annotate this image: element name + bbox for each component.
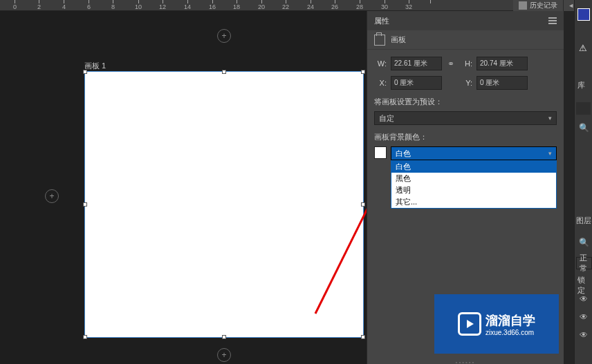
history-icon bbox=[519, 1, 527, 10]
preset-label: 将画板设置为预设： bbox=[374, 97, 557, 107]
artboard[interactable] bbox=[84, 71, 364, 338]
properties-header: 属性 bbox=[367, 11, 564, 30]
layer-visibility-icon[interactable]: 👁 bbox=[578, 294, 589, 304]
add-artboard-top[interactable]: + bbox=[217, 29, 231, 43]
preset-value: 自定 bbox=[379, 113, 394, 124]
context-row: 画板 bbox=[367, 30, 564, 50]
layer-visibility-icon[interactable]: 👁 bbox=[578, 330, 589, 340]
handle-top-right[interactable] bbox=[361, 70, 365, 74]
handle-right-mid[interactable] bbox=[361, 202, 365, 207]
bg-color-swatch[interactable] bbox=[374, 146, 387, 159]
handle-top-left[interactable] bbox=[83, 70, 87, 74]
history-tab[interactable]: 历史记录 bbox=[513, 0, 563, 11]
chevron-down-icon: ▾ bbox=[548, 115, 552, 122]
layer-visibility-icon[interactable]: 👁 bbox=[578, 312, 589, 322]
foreground-color-swatch[interactable] bbox=[577, 8, 590, 21]
right-dock: ⚠ 库 🔍 图层 🔍 正常 锁定 👁 👁 👁 bbox=[574, 0, 592, 364]
lock-label: 锁定 bbox=[577, 275, 592, 296]
search-icon[interactable]: 🔍 bbox=[579, 123, 589, 133]
bg-color-select[interactable]: 白色 ▾ bbox=[391, 146, 557, 160]
x-label: X: bbox=[374, 79, 387, 87]
add-artboard-left[interactable]: + bbox=[45, 189, 59, 203]
artboard-label[interactable]: 画板 1 bbox=[84, 61, 106, 71]
h-label: H: bbox=[460, 59, 472, 68]
context-label: 画板 bbox=[391, 35, 406, 45]
history-label: 历史记录 bbox=[530, 1, 557, 10]
bg-color-dropdown: 白色 黑色 透明 其它... bbox=[391, 160, 557, 209]
bg-option-transparent[interactable]: 透明 bbox=[391, 184, 556, 196]
layers-search-icon[interactable]: 🔍 bbox=[579, 238, 589, 247]
artboard-icon bbox=[374, 35, 385, 46]
layers-tab[interactable]: 图层 bbox=[576, 215, 591, 226]
x-input[interactable] bbox=[391, 76, 442, 90]
library-search[interactable] bbox=[576, 102, 591, 115]
preset-select[interactable]: 自定 ▾ bbox=[374, 111, 557, 125]
y-label: Y: bbox=[460, 79, 472, 87]
y-input[interactable] bbox=[477, 76, 528, 90]
bg-option-other[interactable]: 其它... bbox=[391, 196, 556, 208]
panel-drag-grip[interactable]: •••••• bbox=[367, 361, 564, 364]
bg-option-white[interactable]: 白色 bbox=[391, 161, 556, 173]
properties-title: 属性 bbox=[374, 16, 389, 26]
libraries-label[interactable]: 库 bbox=[577, 80, 585, 90]
panel-menu-icon[interactable] bbox=[548, 17, 557, 24]
bg-color-value: 白色 bbox=[396, 149, 411, 159]
w-label: W: bbox=[374, 59, 387, 68]
watermark-title: 溜溜自学 bbox=[485, 312, 535, 329]
blend-mode-select[interactable]: 正常 bbox=[576, 257, 592, 269]
handle-top-mid[interactable] bbox=[222, 70, 226, 74]
width-input[interactable] bbox=[391, 57, 442, 70]
handle-bottom-left[interactable] bbox=[83, 335, 87, 339]
handle-bottom-mid[interactable] bbox=[222, 335, 226, 339]
chevron-down-icon: ▾ bbox=[548, 150, 552, 157]
handle-bottom-right[interactable] bbox=[361, 335, 365, 339]
height-input[interactable] bbox=[477, 57, 528, 70]
watermark-url: zixue.3d66.com bbox=[485, 329, 535, 336]
canvas-area[interactable]: 画板 1 bbox=[0, 11, 367, 364]
watermark: 溜溜自学 zixue.3d66.com bbox=[434, 294, 559, 354]
handle-left-mid[interactable] bbox=[83, 202, 87, 207]
warning-icon[interactable]: ⚠ bbox=[579, 43, 587, 53]
bg-label: 画板背景颜色： bbox=[374, 132, 557, 142]
play-icon bbox=[458, 312, 481, 336]
bg-option-black[interactable]: 黑色 bbox=[391, 173, 556, 184]
add-artboard-bottom[interactable]: + bbox=[217, 348, 231, 362]
ruler-horizontal: 0 2 4 6 8 10 12 14 16 18 20 22 24 26 28 … bbox=[0, 0, 592, 11]
link-wh-icon[interactable]: ⚭ bbox=[446, 59, 456, 68]
